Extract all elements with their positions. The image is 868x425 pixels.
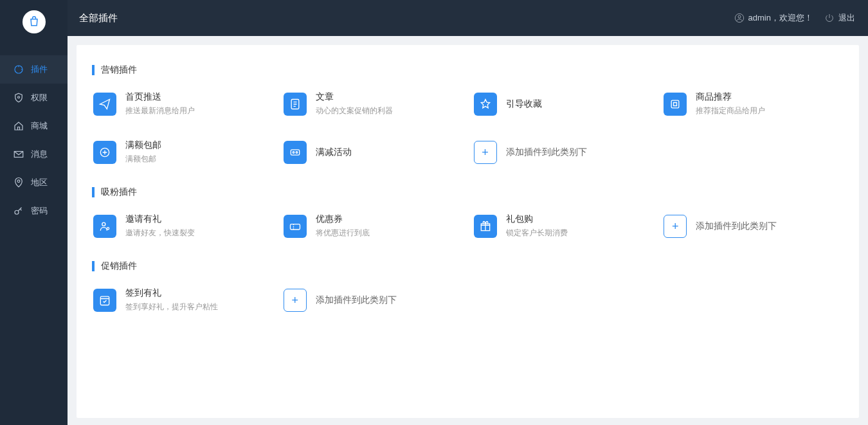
plugin-desc: 推送最新消息给用户 bbox=[125, 105, 195, 116]
plugin-name: 文章 bbox=[316, 91, 393, 103]
sidebar-item-5[interactable]: 密码 bbox=[0, 197, 68, 225]
plugin-desc: 签到享好礼，提升客户粘性 bbox=[125, 302, 218, 312]
nav: 插件权限商城消息地区密码 bbox=[0, 44, 68, 225]
plus-icon: + bbox=[664, 215, 687, 238]
section-title: 促销插件 bbox=[101, 260, 137, 272]
refresh-icon bbox=[13, 64, 24, 75]
svg-point-4 bbox=[15, 210, 19, 214]
topbar: 全部插件 admin，欢迎您！ 退出 bbox=[68, 0, 868, 36]
plugin-desc: 邀请好友，快速裂变 bbox=[125, 228, 195, 239]
logo[interactable] bbox=[0, 0, 68, 44]
add-plugin-button[interactable]: +添加插件到此类别下 bbox=[284, 287, 466, 312]
svg-rect-10 bbox=[291, 149, 299, 154]
svg-point-14 bbox=[107, 227, 109, 229]
plugin-item[interactable]: 邀请有礼邀请好友，快速裂变 bbox=[93, 213, 276, 239]
sidebar: 插件权限商城消息地区密码 bbox=[0, 0, 68, 425]
plugin-name: 商品推荐 bbox=[696, 91, 765, 103]
discount-icon bbox=[284, 141, 307, 164]
home-icon bbox=[13, 120, 24, 132]
content: 营销插件首页推送推送最新消息给用户文章动心的文案促销的利器引导收藏商品推荐推荐指… bbox=[68, 36, 868, 425]
section-0: 营销插件首页推送推送最新消息给用户文章动心的文案促销的利器引导收藏商品推荐推荐指… bbox=[89, 64, 846, 165]
svg-rect-8 bbox=[671, 100, 679, 108]
section-bar bbox=[92, 261, 95, 271]
user-icon bbox=[734, 13, 745, 23]
plugin-name: 添加插件到此类别下 bbox=[316, 294, 397, 306]
plugin-item[interactable]: 引导收藏 bbox=[474, 91, 656, 116]
plugin-desc: 满额包邮 bbox=[125, 154, 161, 165]
svg-point-12 bbox=[296, 151, 298, 153]
plugin-name: 满额包邮 bbox=[125, 140, 161, 151]
plugins-card: 营销插件首页推送推送最新消息给用户文章动心的文案促销的利器引导收藏商品推荐推荐指… bbox=[77, 45, 859, 418]
section-title: 吸粉插件 bbox=[101, 186, 137, 198]
add-plugin-button[interactable]: +添加插件到此类别下 bbox=[664, 213, 846, 239]
key-icon bbox=[13, 205, 24, 217]
section-2: 促销插件签到有礼签到享好礼，提升客户粘性+添加插件到此类别下 bbox=[89, 260, 846, 312]
plugin-item[interactable]: 优惠券将优惠进行到底 bbox=[284, 213, 466, 239]
power-icon bbox=[824, 13, 835, 23]
svg-point-6 bbox=[738, 15, 741, 18]
send-icon bbox=[93, 93, 116, 116]
sidebar-item-2[interactable]: 商城 bbox=[0, 112, 68, 140]
plugin-name: 优惠券 bbox=[316, 213, 370, 225]
sidebar-item-0[interactable]: 插件 bbox=[0, 55, 68, 84]
plugin-grid: 首页推送推送最新消息给用户文章动心的文案促销的利器引导收藏商品推荐推荐指定商品给… bbox=[89, 91, 846, 165]
plugin-grid: 签到有礼签到享好礼，提升客户粘性+添加插件到此类别下 bbox=[89, 287, 846, 312]
plugin-name: 引导收藏 bbox=[506, 98, 542, 110]
plugin-desc: 推荐指定商品给用户 bbox=[696, 105, 765, 116]
pin-icon bbox=[13, 177, 24, 188]
doc-icon bbox=[284, 93, 307, 116]
plugin-item[interactable]: 商品推荐推荐指定商品给用户 bbox=[664, 91, 846, 116]
plugin-item[interactable]: 首页推送推送最新消息给用户 bbox=[93, 91, 276, 116]
sidebar-item-1[interactable]: 权限 bbox=[0, 84, 68, 112]
reco-icon bbox=[664, 93, 687, 116]
invite-icon bbox=[93, 215, 116, 238]
plugin-item[interactable]: 满额包邮满额包邮 bbox=[93, 140, 276, 165]
plugin-item[interactable]: 签到有礼签到享好礼，提升客户粘性 bbox=[93, 287, 276, 312]
plugin-name: 签到有礼 bbox=[125, 287, 218, 299]
section-bar bbox=[92, 65, 95, 75]
user-label: admin，欢迎您！ bbox=[748, 12, 813, 24]
section-1: 吸粉插件邀请有礼邀请好友，快速裂变优惠券将优惠进行到底礼包购锁定客户长期消费+添… bbox=[89, 186, 846, 239]
plugin-name: 邀请有礼 bbox=[125, 213, 195, 225]
plugin-name: 添加插件到此类别下 bbox=[506, 147, 587, 158]
sidebar-item-3[interactable]: 消息 bbox=[0, 140, 68, 168]
plugin-name: 添加插件到此类别下 bbox=[696, 221, 777, 232]
plus-icon: + bbox=[284, 289, 307, 312]
plugin-name: 礼包购 bbox=[506, 213, 568, 225]
plugin-item[interactable]: 满减活动 bbox=[284, 140, 466, 165]
logo-icon bbox=[28, 15, 41, 28]
svg-rect-15 bbox=[290, 224, 300, 229]
page-title: 全部插件 bbox=[79, 12, 118, 24]
plugin-desc: 动心的文案促销的利器 bbox=[316, 105, 393, 116]
user-menu[interactable]: admin，欢迎您！ bbox=[734, 12, 813, 24]
section-header: 促销插件 bbox=[89, 260, 846, 272]
plugin-name: 满减活动 bbox=[316, 147, 352, 158]
sidebar-item-4[interactable]: 地区 bbox=[0, 168, 68, 197]
section-header: 营销插件 bbox=[89, 64, 846, 76]
plus-icon: + bbox=[474, 141, 497, 164]
plugin-name: 首页推送 bbox=[125, 91, 195, 103]
gift-icon bbox=[474, 215, 497, 238]
plugin-desc: 锁定客户长期消费 bbox=[506, 228, 568, 239]
svg-rect-17 bbox=[100, 296, 109, 305]
coupon-icon bbox=[284, 215, 307, 238]
svg-point-11 bbox=[293, 151, 294, 153]
section-title: 营销插件 bbox=[101, 64, 137, 76]
plugin-item[interactable]: 文章动心的文案促销的利器 bbox=[284, 91, 466, 116]
star-icon bbox=[474, 93, 497, 116]
add-plugin-button[interactable]: +添加插件到此类别下 bbox=[474, 140, 656, 165]
mail-icon bbox=[13, 149, 24, 160]
svg-point-3 bbox=[17, 180, 20, 183]
plugin-desc: 将优惠进行到底 bbox=[316, 228, 370, 239]
section-bar bbox=[92, 187, 95, 197]
shield-icon bbox=[13, 92, 24, 104]
logout-button[interactable]: 退出 bbox=[824, 12, 855, 24]
plugin-grid: 邀请有礼邀请好友，快速裂变优惠券将优惠进行到底礼包购锁定客户长期消费+添加插件到… bbox=[89, 213, 846, 239]
ship-icon bbox=[93, 141, 116, 164]
checkin-icon bbox=[93, 289, 116, 312]
section-header: 吸粉插件 bbox=[89, 186, 846, 198]
svg-point-1 bbox=[18, 96, 20, 98]
plugin-item[interactable]: 礼包购锁定客户长期消费 bbox=[474, 213, 656, 239]
svg-point-13 bbox=[102, 222, 105, 226]
